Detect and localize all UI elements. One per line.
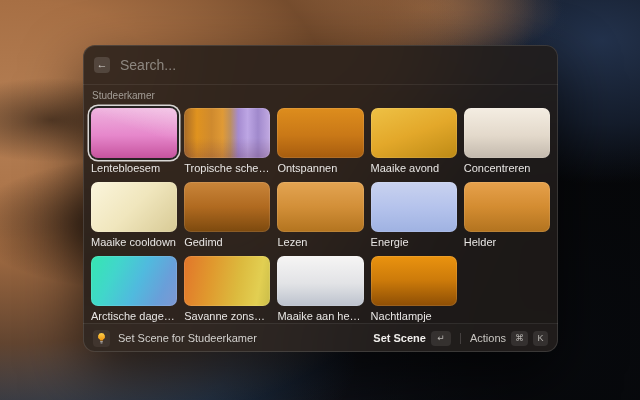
footer-separator (460, 333, 461, 344)
scene-label: Maaike cooldown (91, 236, 177, 248)
scene-label: Arctische dageraad (91, 310, 177, 322)
scene-label: Concentreren (464, 162, 550, 174)
scene-label: Lezen (277, 236, 363, 248)
scene-card[interactable]: Helder (464, 182, 550, 248)
scene-label: Ontspannen (277, 162, 363, 174)
scene-card[interactable]: Energie (371, 182, 457, 248)
actions-menu-button[interactable]: Actions ⌘ K (470, 331, 548, 346)
actions-label: Actions (470, 332, 506, 344)
search-bar: ← (83, 45, 558, 85)
scene-card[interactable]: Lezen (277, 182, 363, 248)
scene-thumbnail (464, 108, 550, 158)
scene-thumbnail (91, 256, 177, 306)
scene-thumbnail (277, 182, 363, 232)
scene-label: Maaike aan het werk (277, 310, 363, 322)
scene-label: Tropische schemering (184, 162, 270, 174)
action-bar-actions: Set Scene ↵ Actions ⌘ K (373, 331, 548, 346)
launcher-window: ← Studeerkamer Lentebloesem Tropische sc… (83, 45, 558, 352)
scene-label: Helder (464, 236, 550, 248)
scene-label: Savanne zonsonderg… (184, 310, 270, 322)
lightbulb-icon (93, 330, 110, 347)
scene-card[interactable]: Arctische dageraad (91, 256, 177, 322)
scene-card[interactable]: Tropische schemering (184, 108, 270, 174)
scene-thumbnail (371, 182, 457, 232)
scene-card[interactable]: Ontspannen (277, 108, 363, 174)
action-bar-status: Set Scene for Studeerkamer (93, 330, 365, 347)
enter-key-icon: ↵ (431, 331, 451, 346)
section-title: Studeerkamer (92, 90, 550, 102)
scene-label: Nachtlampje (371, 310, 457, 322)
scene-thumbnail (91, 108, 177, 158)
scene-thumbnail (277, 256, 363, 306)
scene-thumbnail (91, 182, 177, 232)
scene-card[interactable]: Maaike avond (371, 108, 457, 174)
back-button[interactable]: ← (94, 57, 110, 73)
scene-card[interactable]: Maaike cooldown (91, 182, 177, 248)
scene-thumbnail (184, 256, 270, 306)
scene-thumbnail (184, 108, 270, 158)
scene-card[interactable]: Maaike aan het werk (277, 256, 363, 322)
scene-thumbnail (184, 182, 270, 232)
status-text: Set Scene for Studeerkamer (118, 332, 257, 344)
set-scene-label: Set Scene (373, 332, 426, 344)
scene-card[interactable]: Lentebloesem (91, 108, 177, 174)
scene-grid: Lentebloesem Tropische schemering Ontspa… (91, 108, 550, 322)
scene-thumbnail (464, 182, 550, 232)
scene-thumbnail (277, 108, 363, 158)
scene-card[interactable]: Nachtlampje (371, 256, 457, 322)
scene-thumbnail (371, 108, 457, 158)
scene-label: Gedimd (184, 236, 270, 248)
scene-card[interactable]: Savanne zonsonderg… (184, 256, 270, 322)
k-key-icon: K (533, 331, 548, 346)
scene-label: Energie (371, 236, 457, 248)
action-bar: Set Scene for Studeerkamer Set Scene ↵ A… (83, 323, 558, 352)
search-input[interactable] (120, 57, 547, 73)
command-key-icon: ⌘ (511, 331, 528, 346)
scene-card[interactable]: Concentreren (464, 108, 550, 174)
scene-label: Lentebloesem (91, 162, 177, 174)
results-panel: Studeerkamer Lentebloesem Tropische sche… (83, 85, 558, 323)
back-arrow-icon: ← (97, 59, 108, 70)
scene-label: Maaike avond (371, 162, 457, 174)
set-scene-action[interactable]: Set Scene ↵ (373, 331, 451, 346)
scene-thumbnail (371, 256, 457, 306)
scene-card[interactable]: Gedimd (184, 182, 270, 248)
